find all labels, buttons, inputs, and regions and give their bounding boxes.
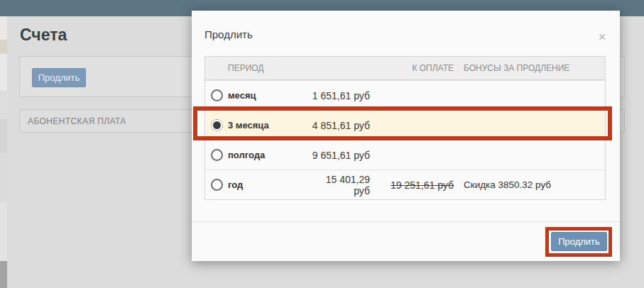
extend-modal: Продлить × ПЕРИОД К ОПЛАТЕ БОНУСЫ ЗА ПРО… [192,11,620,261]
column-header-period: ПЕРИОД [228,63,312,73]
sidebar-segment [0,40,7,54]
sidebar-segment [0,16,7,40]
radio-year[interactable] [211,179,223,191]
table-header-row: ПЕРИОД К ОПЛАТЕ БОНУСЫ ЗА ПРОДЛЕНИЕ [205,57,605,80]
price-value: 1 651,61 руб [312,90,370,101]
sidebar-strip [0,16,7,288]
price-value: 15 401,29 руб [312,174,370,196]
column-header-bonus: БОНУСЫ ЗА ПРОДЛЕНИЕ [454,63,605,73]
period-table: ПЕРИОД К ОПЛАТЕ БОНУСЫ ЗА ПРОДЛЕНИЕ меся… [204,56,606,200]
sidebar-segment [0,54,7,91]
page-title: Счета [20,26,67,45]
table-row-half-year[interactable]: полгода 9 651,61 руб [205,140,605,170]
table-row-year[interactable]: год 15 401,29 руб 19 251,61 руб Скидка 3… [205,170,605,199]
radio-half-year[interactable] [211,149,223,161]
column-header-to-pay: К ОПЛАТЕ [312,63,454,73]
modal-title: Продлить [204,28,253,40]
period-label: полгода [228,150,312,160]
period-label: месяц [228,90,312,101]
radio-3-months-selected[interactable] [211,119,223,131]
sidebar-segment [0,261,7,288]
bonus-value: Скидка 3850.32 руб [454,179,605,190]
price-value: 4 851,61 руб [312,120,370,131]
extend-confirm-button[interactable]: Продлить [551,232,607,251]
extend-button-page[interactable]: Продлить [32,68,86,87]
price-value: 9 651,61 руб [312,150,370,161]
period-label: 3 месяца [228,120,312,131]
modal-footer-divider [192,221,620,222]
sidebar-segment [0,153,7,202]
period-label: год [228,179,312,190]
section-header-label: АБОНЕНТСКАЯ ПЛАТА [28,116,126,126]
modal-close-button[interactable]: × [594,29,610,45]
close-icon: × [599,30,606,44]
old-price-value: 19 251,61 руб [370,179,454,191]
sidebar-segment [0,119,7,153]
table-row-3-months[interactable]: 3 месяца 4 851,61 руб [205,110,605,140]
table-row-month[interactable]: месяц 1 651,61 руб [205,80,605,110]
sidebar-segment [0,202,7,261]
radio-month[interactable] [211,89,223,101]
sidebar-segment [0,91,7,119]
